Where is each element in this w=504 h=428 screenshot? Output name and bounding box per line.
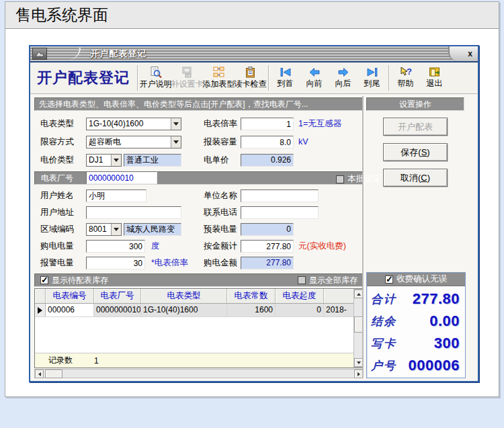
toolbar-button-label: 开户说明: [140, 79, 172, 90]
instruction-text: 先选择电表类型、电表倍率、电价类型等后点击[开户配表]，查找电表厂号...: [39, 99, 308, 110]
price-type-select[interactable]: DJ1: [86, 154, 122, 167]
app-logo-icon: [32, 48, 47, 60]
toolbar-separator: [388, 65, 389, 91]
exit-door-icon: [428, 67, 442, 77]
toolbar-button-label: 帮助: [398, 78, 414, 89]
limit-mode-select[interactable]: 超容断电: [86, 136, 181, 148]
show-pending-checkbox[interactable]: 显示待配表库存: [40, 275, 108, 286]
meter-ratio-hint: 1=无互感器: [298, 118, 341, 130]
show-all-checkbox[interactable]: 显示全部库存: [298, 275, 358, 286]
help-icon: ?: [399, 67, 413, 77]
cell-type: 1G-10(40)1600: [141, 304, 227, 316]
exit-button[interactable]: 退出: [420, 64, 449, 93]
arrow-prev-icon: [308, 67, 321, 77]
doc-search-icon: [149, 67, 162, 78]
chevron-down-icon[interactable]: [171, 136, 181, 148]
dialog-window: 开户配表登记 x 开户配表登记 开户说明 * 补设置卡: [29, 45, 479, 382]
alarm-qty-input[interactable]: [86, 257, 145, 269]
meter-type-select[interactable]: 1G-10(40)1600: [86, 118, 181, 130]
chevron-down-icon[interactable]: [111, 224, 121, 235]
org-name-label: 单位名称: [204, 189, 237, 202]
toolbar-button-label: 添加表型: [203, 79, 235, 90]
capacity-input[interactable]: [241, 136, 294, 148]
meter-serial-label: 电表厂号: [41, 173, 73, 184]
go-next-button[interactable]: 向后: [329, 64, 358, 93]
by-amount-label: 按金额计: [204, 240, 237, 253]
phone-input[interactable]: [241, 206, 319, 219]
balance-value: 0.00: [429, 312, 460, 330]
table-hscrollbar[interactable]: [34, 369, 364, 378]
go-last-button[interactable]: 到尾: [358, 64, 386, 93]
fee-confirm-label: 收费确认无误: [396, 273, 447, 285]
table-header[interactable]: 电表厂号: [94, 289, 141, 303]
cell-serial: 0000000010: [94, 304, 141, 316]
toolbar-separator: [268, 65, 269, 91]
org-name-input[interactable]: [241, 189, 319, 202]
price-type-label: 电价类型: [40, 154, 74, 167]
account-no-label: 户号: [371, 358, 396, 374]
toolbar-separator: [137, 65, 138, 91]
table-header[interactable]: 电表起度: [276, 289, 324, 303]
user-name-input[interactable]: [86, 189, 146, 202]
read-card-check-button[interactable]: 读卡检查: [235, 64, 266, 93]
toolbar-button-label: 向后: [335, 78, 351, 89]
table-header[interactable]: 电表类型: [141, 289, 227, 303]
supplement-card-button[interactable]: * 补设置卡: [171, 64, 203, 93]
cancel-label: 取消(C): [401, 172, 430, 184]
clipboard-icon: [244, 67, 257, 78]
add-meter-type-button[interactable]: 添加表型: [203, 64, 235, 93]
chevron-down-icon[interactable]: [171, 118, 181, 130]
meter-ratio-label: 电表倍率: [204, 118, 237, 130]
hscroll-thumb[interactable]: [45, 370, 62, 378]
meter-type-value: 1G-10(40)1600: [87, 118, 171, 130]
table-header[interactable]: 电表编号: [46, 289, 94, 303]
arrow-first-icon: [279, 67, 292, 77]
open-account-config-button[interactable]: 开户配表: [383, 118, 448, 136]
toolbar-button-label: 读卡检查: [235, 79, 267, 90]
region-select[interactable]: 8001: [86, 223, 122, 236]
preload-value: 0: [241, 223, 294, 236]
cancel-button[interactable]: 取消(C): [383, 169, 448, 187]
panel-divider: [362, 96, 364, 378]
toolbar-button-label: 向前: [306, 78, 323, 89]
by-amount-hint: 元(实收电费): [298, 240, 346, 253]
toolbar-button-label: 到首: [278, 78, 294, 89]
region-desc: 城东人民路变: [124, 223, 181, 236]
table-vscrollbar[interactable]: [353, 289, 363, 368]
setup-card-icon: *: [181, 67, 194, 78]
cell-start-reading: 0: [276, 304, 324, 316]
user-addr-input[interactable]: [86, 206, 181, 219]
go-first-button[interactable]: 到首: [271, 64, 300, 93]
toolbar-button-label: 到尾: [364, 78, 380, 89]
close-button[interactable]: x: [448, 46, 478, 61]
go-prev-button[interactable]: 向前: [300, 64, 329, 93]
table-row[interactable]: 000006 0000000010 1G-10(40)1600 1600 0 2…: [35, 304, 363, 317]
purchase-amt-value: 277.80: [241, 257, 294, 269]
table-header[interactable]: 电表常数: [227, 289, 276, 303]
chevron-down-icon[interactable]: [111, 155, 121, 166]
meter-serial-input[interactable]: [86, 171, 157, 184]
svg-text:?: ?: [407, 67, 412, 77]
open-account-help-button[interactable]: 开户说明: [140, 64, 171, 93]
stock-filter-bar: 显示待配表库存 显示全部库存: [34, 273, 364, 287]
alarm-qty-label: 报警电量: [40, 257, 74, 269]
purchase-qty-input[interactable]: [86, 240, 145, 253]
scroll-left-icon[interactable]: [35, 370, 44, 378]
fee-confirm-checkbox[interactable]: [385, 275, 393, 284]
purchase-qty-hint: 度: [151, 240, 160, 253]
total-row: 合计 277.80: [371, 289, 460, 309]
settings-panel-title: 设置操作: [399, 99, 431, 110]
help-button[interactable]: ? 帮助: [391, 64, 420, 93]
add-type-icon: [212, 67, 225, 78]
account-no-value: 000006: [409, 357, 460, 374]
limit-mode-value: 超容断电: [87, 136, 171, 148]
meter-ratio-input[interactable]: [241, 118, 294, 130]
write-card-value: 300: [434, 335, 460, 352]
save-button[interactable]: 保存(S): [383, 143, 448, 161]
close-icon: x: [468, 49, 472, 58]
show-pending-label: 显示待配表库存: [52, 275, 108, 286]
user-addr-label: 用户地址: [40, 206, 74, 219]
meter-stock-table: 电表编号 电表厂号 电表类型 电表常数 电表起度 000006 00000000…: [34, 288, 364, 368]
by-amount-input[interactable]: [241, 240, 294, 253]
user-name-label: 用户姓名: [40, 189, 74, 202]
